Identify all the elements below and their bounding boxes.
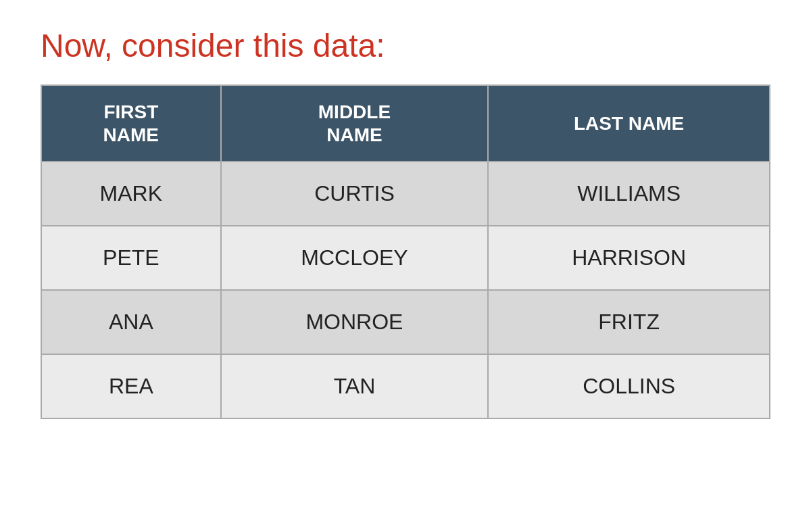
cell-last-3: COLLINS: [488, 354, 770, 418]
table-row: REATANCOLLINS: [41, 354, 770, 418]
cell-last-2: FRITZ: [488, 290, 770, 354]
cell-middle-3: TAN: [221, 354, 489, 418]
cell-first-2: ANA: [41, 290, 221, 354]
cell-last-1: HARRISON: [488, 226, 770, 290]
cell-first-1: PETE: [41, 226, 221, 290]
cell-first-0: MARK: [41, 162, 221, 226]
table-row: MARKCURTISWILLIAMS: [41, 162, 770, 226]
cell-middle-0: CURTIS: [221, 162, 489, 226]
col-header-middle-name: MIDDLENAME: [221, 85, 489, 162]
col-header-last-name: LAST NAME: [488, 85, 770, 162]
page-container: Now, consider this data: FIRSTNAME MIDDL…: [41, 27, 770, 419]
cell-last-0: WILLIAMS: [488, 162, 770, 226]
cell-middle-2: MONROE: [221, 290, 489, 354]
cell-middle-1: MCCLOEY: [221, 226, 489, 290]
table-row: PETEMCCLOEYHARRISON: [41, 226, 770, 290]
table-header-row: FIRSTNAME MIDDLENAME LAST NAME: [41, 85, 770, 162]
page-title: Now, consider this data:: [41, 27, 770, 64]
data-table: FIRSTNAME MIDDLENAME LAST NAME MARKCURTI…: [41, 84, 770, 419]
cell-first-3: REA: [41, 354, 221, 418]
table-row: ANAMONROEFRITZ: [41, 290, 770, 354]
col-header-first-name: FIRSTNAME: [41, 85, 221, 162]
